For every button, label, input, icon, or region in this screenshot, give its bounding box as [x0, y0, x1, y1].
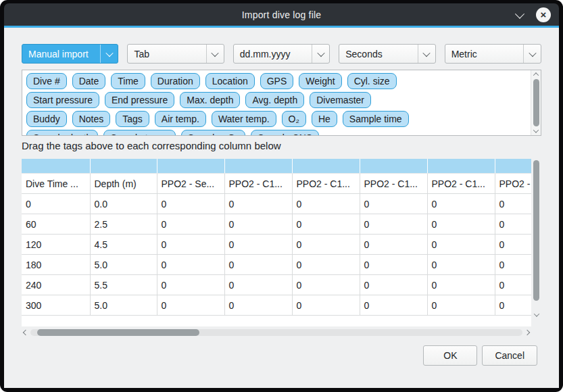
drop-cell[interactable] [22, 159, 90, 174]
table-cell: 0 [427, 275, 495, 295]
scrollbar-track[interactable] [30, 329, 522, 336]
tag-buddy[interactable]: Buddy [26, 111, 67, 127]
combo-manual-import[interactable]: Manual import [22, 44, 118, 64]
dialog-window: Import dive log file × Manual importTabd… [0, 0, 563, 392]
import-table-viewport: Dive Time ...Depth (m)PPO2 - Se...PPO2 -… [22, 159, 531, 326]
combo-value: Tab [128, 49, 205, 59]
table-cell: 0 [157, 194, 224, 214]
scroll-up-icon[interactable] [533, 72, 539, 78]
table-row: 1204.5000000 [22, 235, 531, 255]
table-cell: 0 [224, 275, 292, 295]
combo-metric[interactable]: Metric [445, 44, 541, 64]
scroll-right-icon[interactable] [524, 329, 530, 335]
tag-water-temp[interactable]: Water temp. [212, 111, 276, 127]
drop-cell[interactable] [292, 159, 360, 174]
table-cell: 0 [224, 235, 292, 255]
tag-sample-temp[interactable]: Sample temp. [103, 130, 175, 135]
tag-max-depth[interactable]: Max. depth [180, 92, 240, 108]
table-cell: 120 [22, 235, 90, 255]
chevron-down-icon [312, 45, 329, 63]
table-vertical-scrollbar[interactable] [531, 159, 541, 326]
scrollbar-thumb[interactable] [37, 329, 199, 336]
tag-pool-box: Dive #DateTimeDurationLocationGPSWeightC… [22, 70, 541, 136]
import-table-region: Dive Time ...Depth (m)PPO2 - Se...PPO2 -… [22, 159, 541, 337]
drop-cell[interactable] [360, 159, 427, 174]
tag-start-pressure[interactable]: Start pressure [26, 92, 99, 108]
tag-gps[interactable]: GPS [260, 73, 294, 89]
instruction-text: Drag the tags above to each correspondin… [22, 140, 281, 151]
chevron-down-icon [206, 45, 224, 63]
ok-button[interactable]: OK [423, 345, 477, 366]
tag-o[interactable]: O₂ [282, 111, 306, 127]
table-horizontal-scrollbar[interactable] [22, 326, 531, 337]
combo-value: Metric [445, 49, 523, 59]
table-cell: 0 [224, 255, 292, 275]
tag-date[interactable]: Date [72, 73, 106, 89]
tag-avg-depth[interactable]: Avg. depth [245, 92, 304, 108]
import-table: Dive Time ...Depth (m)PPO2 - Se...PPO2 -… [22, 159, 531, 316]
tag-pool-scrollbar[interactable] [531, 70, 541, 135]
scrollbar-thumb[interactable] [533, 79, 539, 126]
titlebar[interactable]: Import dive log file × [4, 3, 559, 26]
drop-target-row [22, 159, 531, 174]
tag-end-pressure[interactable]: End pressure [105, 92, 174, 108]
table-row: 2405.5000000 [22, 275, 531, 295]
dialog-buttons: OK Cancel [423, 345, 537, 366]
table-cell: 240 [22, 275, 90, 295]
scroll-down-icon[interactable] [533, 127, 539, 132]
column-header: Depth (m) [90, 174, 157, 194]
table-cell: 0 [157, 255, 224, 275]
combo-value: dd.mm.yyyy [234, 49, 312, 59]
drop-cell[interactable] [90, 159, 157, 174]
scroll-down-icon[interactable] [533, 311, 539, 316]
table-cell: 4.5 [90, 235, 157, 255]
combo-dd-mm-yyyy[interactable]: dd.mm.yyyy [233, 44, 330, 64]
table-cell: 0 [427, 194, 495, 214]
combo-tab[interactable]: Tab [127, 44, 224, 64]
drop-cell[interactable] [224, 159, 292, 174]
column-header: PPO2 - C1... [292, 174, 360, 194]
table-cell: 0 [157, 214, 224, 235]
scrollbar-thumb[interactable] [533, 160, 539, 301]
tag-dive[interactable]: Dive # [26, 73, 67, 89]
drop-cell[interactable] [495, 159, 531, 174]
combo-seconds[interactable]: Seconds [339, 44, 435, 64]
table-cell: 0 [495, 275, 531, 295]
table-cell: 0 [292, 214, 360, 235]
tag-cyl-size[interactable]: Cyl. size [347, 73, 397, 89]
tag-weight[interactable]: Weight [299, 73, 341, 89]
table-cell: 0 [292, 295, 360, 316]
tag-row: BuddyNotesTagsAir temp.Water temp.O₂HeSa… [26, 111, 528, 127]
tag-air-temp[interactable]: Air temp. [155, 111, 206, 127]
tag-divemaster[interactable]: Divemaster [310, 92, 371, 108]
table-cell: 180 [22, 255, 90, 275]
tag-sample-depth[interactable]: Sample depth [26, 130, 98, 135]
tag-location[interactable]: Location [205, 73, 255, 89]
table-cell: 5.5 [90, 275, 157, 295]
scroll-left-icon[interactable] [23, 329, 28, 335]
tag-time[interactable]: Time [111, 73, 145, 89]
tag-sample-po[interactable]: Sample pO₂ [181, 130, 245, 135]
table-cell: 0 [292, 275, 360, 295]
table-cell: 0 [360, 235, 427, 255]
table-cell: 0 [292, 255, 360, 275]
tag-he[interactable]: He [312, 111, 337, 127]
titlebar-menu-button[interactable] [514, 9, 525, 20]
table-cell: 0 [495, 235, 531, 255]
drop-cell[interactable] [427, 159, 495, 174]
window-title: Import dive log file [242, 9, 322, 20]
tag-tags[interactable]: Tags [116, 111, 149, 127]
table-cell: 0 [224, 214, 292, 235]
table-cell: 0 [427, 235, 495, 255]
tag-sample-time[interactable]: Sample time [343, 111, 409, 127]
column-header: PPO2 - C1... [495, 174, 531, 194]
tag-pool: Dive #DateTimeDurationLocationGPSWeightC… [22, 70, 531, 135]
drop-cell[interactable] [157, 159, 224, 174]
table-cell: 0 [495, 214, 531, 235]
tag-sample-cns[interactable]: Sample CNS [251, 130, 319, 135]
tag-notes[interactable]: Notes [72, 111, 111, 127]
cancel-button[interactable]: Cancel [482, 345, 537, 366]
tag-duration[interactable]: Duration [151, 73, 200, 89]
close-button[interactable]: × [536, 7, 551, 22]
table-cell: 0.0 [90, 194, 157, 214]
